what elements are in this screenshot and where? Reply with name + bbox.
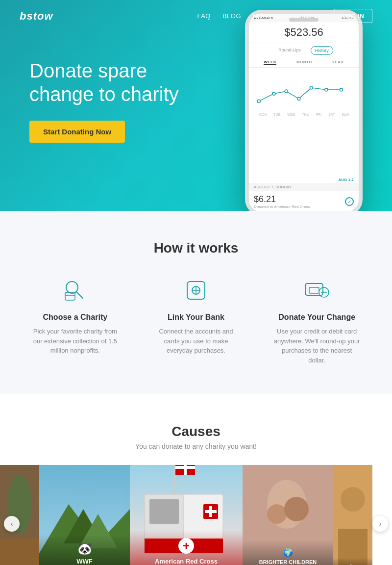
carousel-next-button[interactable]: › bbox=[372, 516, 388, 532]
svg-rect-16 bbox=[309, 287, 319, 293]
link-bank-icon bbox=[181, 276, 211, 305]
svg-rect-29 bbox=[149, 499, 179, 524]
transaction-info: $6.21 Donated to American Red Cross bbox=[254, 194, 310, 209]
step-choose-charity-title: Choose a Charity bbox=[43, 313, 108, 322]
transaction-donated: Donated to American Red Cross bbox=[254, 205, 310, 209]
steps-container: Choose a Charity Pick your favorite char… bbox=[20, 276, 372, 365]
phone-chart: MON TUE WED THU FRI SAT SUN bbox=[249, 68, 359, 177]
day-mon: MON bbox=[259, 113, 267, 116]
cause-card-charity[interactable]: char bbox=[333, 465, 372, 565]
nav-faq[interactable]: FAQ bbox=[197, 12, 211, 20]
chart-svg bbox=[254, 72, 354, 111]
svg-line-8 bbox=[76, 292, 83, 298]
svg-rect-21 bbox=[0, 539, 39, 565]
how-it-works-title: How it works bbox=[20, 240, 372, 256]
donate-change-icon bbox=[302, 276, 332, 305]
svg-rect-30 bbox=[174, 465, 175, 494]
causes-section: Causes You can donate to any charity you… bbox=[0, 394, 392, 565]
chart-labels: MON TUE WED THU FRI SAT SUN bbox=[254, 113, 354, 116]
hiking-illustration bbox=[0, 465, 39, 565]
svg-point-43 bbox=[341, 487, 365, 512]
redcross-overlay: + American Red Cross bbox=[130, 530, 243, 565]
day-fri: FRI bbox=[316, 113, 321, 116]
bank-icon-svg bbox=[182, 277, 210, 304]
transaction-amount: $6.21 bbox=[254, 194, 310, 205]
choose-charity-icon bbox=[60, 276, 90, 305]
phone-period-tabs: WEEK MONTH YEAR bbox=[249, 58, 359, 68]
day-wed: WED bbox=[287, 113, 295, 116]
redcross-name: American Red Cross bbox=[155, 558, 218, 565]
svg-point-3 bbox=[297, 97, 300, 100]
tab-roundups[interactable]: Round-Ups bbox=[274, 46, 305, 55]
cause-card-hiking[interactable] bbox=[0, 465, 39, 565]
wwf-overlay: 🐼 WWF bbox=[39, 534, 130, 565]
charity-overlay: char bbox=[333, 558, 372, 565]
phone-date-label: AUG 1-7 bbox=[249, 177, 359, 183]
phone-outer: ••• Bstow ≈ 2:23 PM 100% ▪ $523.56 Round… bbox=[245, 10, 363, 211]
causes-carousel: ‹ bbox=[0, 465, 392, 565]
cause-card-redcross[interactable]: + American Red Cross bbox=[130, 465, 243, 565]
how-it-works-section: How it works Choose a Charity Pick your … bbox=[0, 211, 392, 394]
svg-point-2 bbox=[285, 90, 288, 93]
hero-title: Donate spare change to charity bbox=[29, 59, 201, 106]
step-donate-change: Donate Your Change Use your credit or de… bbox=[261, 276, 372, 365]
nav-survey[interactable]: NONPROFIT SURVEY bbox=[253, 12, 322, 20]
nav-blog[interactable]: BLOG bbox=[222, 12, 241, 20]
charity-illustration bbox=[333, 465, 372, 565]
phone-date-sub: AUGUST 7, SUNDAY bbox=[249, 183, 359, 191]
causes-title: Causes bbox=[0, 424, 392, 439]
period-week[interactable]: WEEK bbox=[264, 60, 276, 65]
day-sat: SAT bbox=[328, 113, 335, 116]
brighter-name: BRIGHTER CHILDREN bbox=[259, 559, 317, 565]
nav-links: FAQ BLOG NONPROFIT SURVEY LOG IN bbox=[197, 9, 372, 23]
phone-mockup: ••• Bstow ≈ 2:23 PM 100% ▪ $523.56 Round… bbox=[245, 10, 363, 211]
step-donate-change-title: Donate Your Change bbox=[278, 313, 355, 322]
phone-transaction: $6.21 Donated to American Red Cross ✓ bbox=[249, 191, 359, 211]
day-tue: TUE bbox=[273, 113, 280, 116]
svg-point-40 bbox=[267, 504, 287, 524]
day-thu: THU bbox=[302, 113, 309, 116]
svg-point-0 bbox=[257, 100, 260, 103]
day-sun: SUN bbox=[342, 113, 349, 116]
navbar: bstow FAQ BLOG NONPROFIT SURVEY LOG IN bbox=[0, 0, 392, 32]
svg-point-41 bbox=[284, 497, 309, 521]
card-icon-svg bbox=[303, 277, 331, 304]
causes-track: 🐼 WWF bbox=[0, 465, 392, 565]
step-link-bank-desc: Connect the accounts and cards you use t… bbox=[152, 327, 240, 356]
svg-point-5 bbox=[325, 88, 328, 91]
svg-point-1 bbox=[272, 92, 275, 95]
start-donating-button[interactable]: Start Donating Now bbox=[29, 121, 125, 143]
cause-card-brighter[interactable]: 🌍 BRIGHTER CHILDREN bbox=[243, 465, 333, 565]
period-month[interactable]: MONTH bbox=[296, 60, 312, 65]
step-choose-charity-desc: Pick your favorite charity from our exte… bbox=[31, 327, 119, 356]
charity-icon-svg bbox=[61, 277, 89, 304]
phone-screen: ••• Bstow ≈ 2:23 PM 100% ▪ $523.56 Round… bbox=[249, 14, 359, 211]
wwf-name: WWF bbox=[76, 558, 92, 565]
login-button[interactable]: LOG IN bbox=[334, 9, 372, 23]
period-year[interactable]: YEAR bbox=[332, 60, 343, 65]
logo: bstow bbox=[20, 10, 53, 23]
causes-subtitle: You can donate to any charity you want! bbox=[0, 442, 392, 450]
brighter-overlay: 🌍 BRIGHTER CHILDREN bbox=[243, 540, 333, 565]
cause-card-wwf[interactable]: 🐼 WWF bbox=[39, 465, 130, 565]
step-donate-change-desc: Use your credit or debit card anywhere. … bbox=[273, 327, 361, 365]
step-link-bank-title: Link Your Bank bbox=[168, 313, 224, 322]
carousel-prev-button[interactable]: ‹ bbox=[4, 516, 20, 532]
svg-point-4 bbox=[310, 86, 313, 89]
step-link-bank: Link Your Bank Connect the accounts and … bbox=[141, 276, 252, 356]
tab-history[interactable]: History bbox=[311, 46, 333, 55]
step-choose-charity: Choose a Charity Pick your favorite char… bbox=[20, 276, 131, 356]
phone-tabs: Round-Ups History bbox=[249, 43, 359, 58]
check-icon: ✓ bbox=[345, 197, 354, 206]
svg-point-6 bbox=[340, 88, 343, 91]
